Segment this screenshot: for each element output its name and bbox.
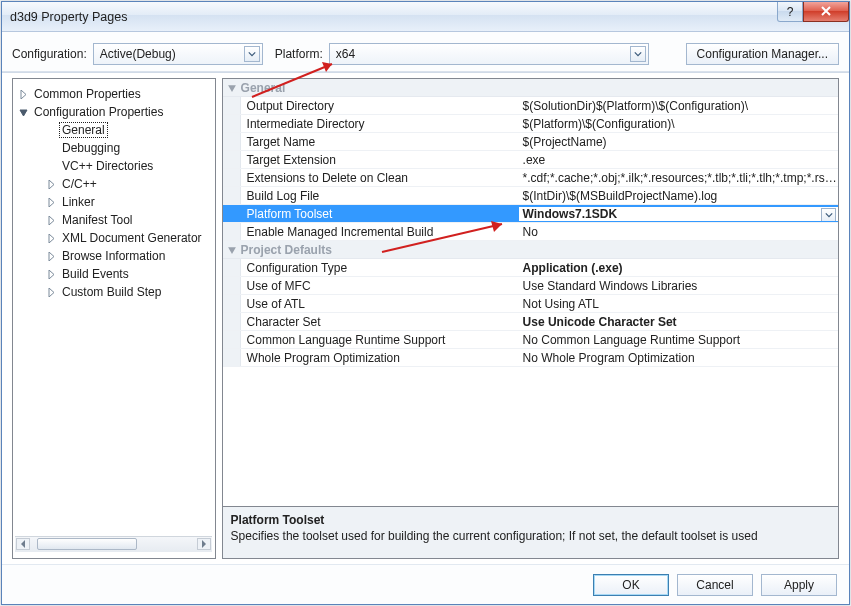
- tree-item-build-events[interactable]: Build Events: [43, 265, 212, 283]
- property-grid[interactable]: General Output Directory$(SolutionDir)$(…: [222, 78, 839, 507]
- tree-item-xml-doc-gen[interactable]: XML Document Generator: [43, 229, 212, 247]
- category-tree[interactable]: Common Properties Configuration Properti…: [15, 85, 212, 536]
- cancel-button[interactable]: Cancel: [677, 574, 753, 596]
- tree-item-configuration-properties[interactable]: Configuration Properties: [15, 103, 212, 121]
- prop-use-of-mfc[interactable]: Use of MFCUse Standard Windows Libraries: [223, 277, 838, 295]
- tree-item-cpp[interactable]: C/C++: [43, 175, 212, 193]
- tree-item-general[interactable]: General: [43, 121, 212, 139]
- collapse-icon[interactable]: [227, 245, 237, 255]
- prop-intermediate-directory[interactable]: Intermediate Directory$(Platform)\$(Conf…: [223, 115, 838, 133]
- apply-button[interactable]: Apply: [761, 574, 837, 596]
- help-button[interactable]: ?: [777, 2, 803, 22]
- tree-item-browse-info[interactable]: Browse Information: [43, 247, 212, 265]
- tree-item-linker[interactable]: Linker: [43, 193, 212, 211]
- prop-platform-toolset[interactable]: Platform ToolsetWindows7.1SDK: [223, 205, 838, 223]
- category-tree-pane: Common Properties Configuration Properti…: [12, 78, 216, 559]
- prop-target-extension[interactable]: Target Extension.exe: [223, 151, 838, 169]
- configuration-label: Configuration:: [12, 47, 87, 61]
- tree-horizontal-scrollbar[interactable]: [15, 536, 212, 552]
- prop-character-set[interactable]: Character SetUse Unicode Character Set: [223, 313, 838, 331]
- window-title: d3d9 Property Pages: [10, 10, 127, 24]
- help-icon: ?: [787, 5, 794, 19]
- platform-label: Platform:: [275, 47, 323, 61]
- scroll-thumb[interactable]: [37, 538, 137, 550]
- expand-icon[interactable]: [17, 88, 29, 100]
- chevron-down-icon: [630, 46, 646, 62]
- ok-button[interactable]: OK: [593, 574, 669, 596]
- group-general[interactable]: General: [223, 79, 838, 97]
- chevron-down-icon: [244, 46, 260, 62]
- scroll-left-arrow-icon[interactable]: [16, 538, 30, 550]
- collapse-icon[interactable]: [17, 106, 29, 118]
- expand-icon[interactable]: [45, 214, 57, 226]
- configuration-combo[interactable]: Active(Debug): [93, 43, 263, 65]
- prop-target-name[interactable]: Target Name$(ProjectName): [223, 133, 838, 151]
- expand-icon[interactable]: [45, 268, 57, 280]
- close-button[interactable]: [803, 2, 849, 22]
- configuration-value: Active(Debug): [100, 47, 176, 61]
- tree-item-manifest-tool[interactable]: Manifest Tool: [43, 211, 212, 229]
- prop-configuration-type[interactable]: Configuration TypeApplication (.exe): [223, 259, 838, 277]
- tree-item-custom-build-step[interactable]: Custom Build Step: [43, 283, 212, 301]
- close-icon: [820, 5, 832, 19]
- tree-item-common-properties[interactable]: Common Properties: [15, 85, 212, 103]
- content-area: Common Properties Configuration Properti…: [2, 72, 849, 564]
- configuration-manager-button[interactable]: Configuration Manager...: [686, 43, 839, 65]
- platform-combo[interactable]: x64: [329, 43, 649, 65]
- description-title: Platform Toolset: [231, 513, 830, 527]
- collapse-icon[interactable]: [227, 83, 237, 93]
- dialog-footer: OK Cancel Apply: [2, 564, 849, 604]
- expand-icon[interactable]: [45, 196, 57, 208]
- chevron-down-icon[interactable]: [821, 208, 836, 221]
- tree-item-debugging[interactable]: Debugging: [43, 139, 212, 157]
- expand-icon[interactable]: [45, 178, 57, 190]
- group-project-defaults[interactable]: Project Defaults: [223, 241, 838, 259]
- prop-use-of-atl[interactable]: Use of ATLNot Using ATL: [223, 295, 838, 313]
- toolbar: Configuration: Active(Debug) Platform: x…: [2, 32, 849, 72]
- prop-clr-support[interactable]: Common Language Runtime SupportNo Common…: [223, 331, 838, 349]
- platform-value: x64: [336, 47, 355, 61]
- property-grid-pane: General Output Directory$(SolutionDir)$(…: [222, 78, 839, 559]
- description-text: Specifies the toolset used for building …: [231, 529, 830, 543]
- prop-build-log-file[interactable]: Build Log File$(IntDir)\$(MSBuildProject…: [223, 187, 838, 205]
- tree-item-vcpp-directories[interactable]: VC++ Directories: [43, 157, 212, 175]
- prop-extensions-to-delete[interactable]: Extensions to Delete on Clean*.cdf;*.cac…: [223, 169, 838, 187]
- prop-enable-managed-incremental[interactable]: Enable Managed Incremental BuildNo: [223, 223, 838, 241]
- expand-icon[interactable]: [45, 286, 57, 298]
- expand-icon[interactable]: [45, 250, 57, 262]
- prop-whole-program-opt[interactable]: Whole Program OptimizationNo Whole Progr…: [223, 349, 838, 367]
- prop-output-directory[interactable]: Output Directory$(SolutionDir)$(Platform…: [223, 97, 838, 115]
- expand-icon[interactable]: [45, 232, 57, 244]
- property-pages-dialog: d3d9 Property Pages ? Configuration: Act…: [1, 1, 850, 605]
- description-pane: Platform Toolset Specifies the toolset u…: [222, 507, 839, 559]
- titlebar[interactable]: d3d9 Property Pages ?: [2, 2, 849, 32]
- window-buttons: ?: [777, 2, 849, 22]
- scroll-right-arrow-icon[interactable]: [197, 538, 211, 550]
